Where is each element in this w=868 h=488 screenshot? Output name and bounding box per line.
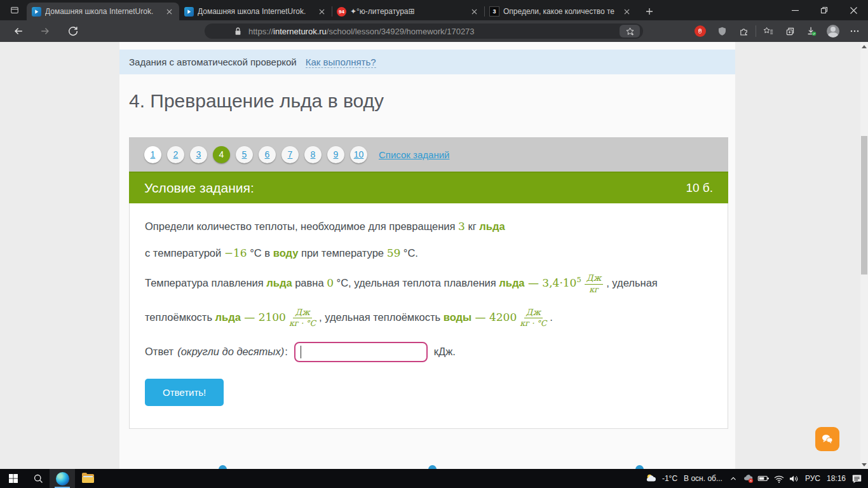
profile-avatar[interactable] — [822, 22, 844, 40]
minimize-button[interactable] — [780, 0, 810, 20]
taskbar-edge-icon[interactable] — [50, 469, 75, 488]
pagination-item-4[interactable]: 4 — [213, 146, 230, 163]
downloads-icon[interactable] — [801, 22, 822, 40]
taskbar-explorer-icon[interactable] — [75, 469, 100, 488]
shield-icon[interactable] — [711, 22, 733, 40]
problem-segment-text: при температуре — [298, 247, 386, 259]
tab-close-icon[interactable] — [469, 6, 479, 17]
adblock-icon[interactable] — [689, 22, 711, 40]
pagination-item-10[interactable]: 10 — [350, 146, 367, 163]
number-3-favicon: 3 — [489, 6, 499, 17]
browser-tab-1[interactable]: Домашняя школа InternetUrok. — [27, 3, 179, 20]
problem-segment-text: Определи количество теплоты, необходимое… — [145, 220, 458, 232]
back-button[interactable] — [10, 24, 27, 39]
weather-icon[interactable] — [644, 469, 659, 488]
collections-icon[interactable] — [779, 22, 801, 40]
problem-segment-math: 3 — [458, 220, 465, 233]
tray-weather-label[interactable]: В осн. об... — [684, 474, 722, 483]
toolbar-extensions — [689, 22, 865, 40]
problem-segment-text: . — [550, 311, 553, 323]
pagination: 12345678910 — [144, 146, 367, 163]
problem-segment-math: 59 — [387, 247, 401, 259]
answer-label: Ответ — [145, 346, 173, 358]
browser-menu-icon[interactable] — [844, 22, 865, 40]
refresh-button[interactable] — [65, 24, 81, 39]
tab-title: Домашняя школа InternetUrok. — [198, 7, 313, 16]
problem-segment-text: °C, удельная теплота плавления — [334, 277, 499, 288]
tab-close-icon[interactable] — [316, 6, 327, 17]
pagination-item-3[interactable]: 3 — [190, 146, 207, 163]
address-bar[interactable]: https://interneturok.ru/school/lesson/34… — [205, 24, 643, 39]
problem-segment-term: воду — [273, 247, 299, 259]
problem-segment-term: льда — [479, 220, 505, 232]
tab-actions-icon[interactable] — [5, 2, 24, 18]
pagination-item-5[interactable]: 5 — [236, 146, 253, 163]
task-block: 12345678910 Список заданий Условие задан… — [129, 137, 728, 429]
condition-label: Условие задания: — [144, 180, 254, 196]
pagination-item-7[interactable]: 7 — [281, 146, 299, 163]
problem-segment-math: — 2100 — [241, 311, 286, 323]
tray-temperature[interactable]: -1°C — [662, 474, 677, 483]
new-tab-button[interactable] — [641, 3, 658, 20]
start-button[interactable] — [0, 469, 27, 488]
scroll-up-arrow[interactable] — [860, 42, 868, 51]
interneturok-favicon — [184, 7, 194, 17]
forward-button[interactable] — [37, 24, 53, 39]
pagination-item-9[interactable]: 9 — [327, 146, 344, 163]
tray-chevron-icon[interactable] — [726, 469, 741, 488]
how-to-link[interactable]: Как выполнять? — [306, 57, 376, 68]
scroll-down-arrow[interactable] — [860, 460, 868, 469]
answer-colon: : — [285, 346, 288, 358]
add-favorite-button[interactable] — [620, 25, 640, 37]
extensions-puzzle-icon[interactable] — [733, 22, 754, 40]
problem-segment-text: , удельная теплоёмкость — [319, 311, 444, 323]
taskbar-search-icon[interactable] — [27, 469, 50, 488]
browser-tab-2[interactable]: Домашняя школа InternetUrok. — [179, 3, 332, 20]
close-button[interactable] — [839, 0, 868, 20]
problem-segment-text: с температурой — [145, 247, 224, 259]
battery-icon[interactable] — [756, 469, 771, 488]
task-body: Определи количество теплоты, необходимое… — [129, 203, 728, 429]
problem-paragraph: Определи количество теплоты, необходимое… — [145, 220, 712, 233]
browser-tab-3[interactable]: 94 ✦°ю-литература⊞ — [332, 3, 484, 20]
clock[interactable]: 18:16 — [827, 474, 846, 483]
browser-tab-4[interactable]: 3 Определи, какое количество те — [484, 3, 637, 20]
volume-icon[interactable] — [787, 469, 802, 488]
pagination-item-2[interactable]: 2 — [167, 146, 184, 163]
restore-button[interactable] — [810, 0, 839, 20]
browser-tab-bar: Домашняя школа InternetUrok. Домашняя шк… — [0, 0, 868, 20]
tab-close-icon[interactable] — [164, 6, 174, 17]
wifi-icon[interactable] — [771, 469, 787, 488]
vertical-scrollbar[interactable] — [860, 42, 868, 469]
pagination-item-6[interactable]: 6 — [259, 146, 276, 163]
submit-button[interactable]: Ответить! — [145, 379, 224, 406]
action-center-icon[interactable] — [849, 469, 864, 488]
browser-toolbar: https://interneturok.ru/school/lesson/34… — [0, 20, 868, 42]
tab-close-icon[interactable] — [621, 6, 632, 17]
toolbar-divider — [756, 25, 756, 37]
chat-widget-button[interactable] — [815, 427, 839, 451]
pagination-item-8[interactable]: 8 — [304, 146, 322, 163]
problem-segment-text: кг — [465, 220, 479, 232]
problem-segment-math: — 4200 — [471, 311, 517, 323]
answer-input[interactable] — [294, 342, 428, 362]
points-badge: 10 б. — [686, 181, 713, 195]
screen: Домашняя школа InternetUrok. Домашняя шк… — [0, 0, 868, 488]
problem-text: Определи количество теплоты, необходимое… — [145, 220, 712, 329]
onedrive-error-icon[interactable] — [741, 469, 756, 488]
answer-unit: кДж. — [434, 346, 456, 358]
problem-segment-term: льда — [215, 311, 241, 323]
problem-segment-math: 0 — [327, 276, 334, 289]
answer-row: Ответ (округли до десятых) : кДж. — [145, 342, 712, 362]
favorites-bar-icon[interactable] — [757, 22, 779, 40]
lock-icon — [234, 27, 242, 36]
problem-segment-term: льда — [499, 277, 524, 288]
scrollbar-thumb[interactable] — [861, 136, 867, 274]
problem-segment-term: льда — [266, 277, 292, 288]
language-indicator[interactable]: РУС — [805, 474, 820, 483]
pagination-item-1[interactable]: 1 — [144, 146, 161, 163]
fraction: Джкг · °C — [520, 308, 546, 329]
task-list-link[interactable]: Список заданий — [379, 149, 449, 160]
interneturok-favicon — [32, 7, 41, 17]
tab-title: Определи, какое количество те — [503, 7, 618, 16]
